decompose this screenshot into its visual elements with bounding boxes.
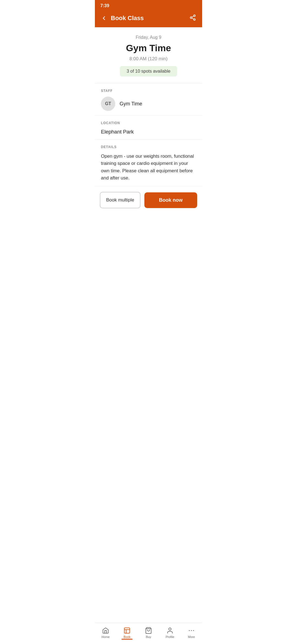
book-multiple-button[interactable]: Book multiple xyxy=(100,192,141,208)
back-button[interactable] xyxy=(100,14,108,22)
details-text: Open gym - use our weights room, functio… xyxy=(101,153,196,182)
details-section-label: DETAILS xyxy=(101,145,196,149)
staff-section: STAFF GT Gym Time xyxy=(95,83,202,116)
header: Book Class xyxy=(95,10,202,27)
main-content: Friday, Aug 9 Gym Time 8:00 AM (120 min)… xyxy=(95,27,202,239)
page-title: Book Class xyxy=(111,15,144,22)
class-time: 8:00 AM (120 min) xyxy=(100,56,197,62)
share-icon xyxy=(189,14,196,21)
location-name: Elephant Park xyxy=(101,129,196,135)
class-date: Friday, Aug 9 xyxy=(100,35,197,40)
book-now-button[interactable]: Book now xyxy=(144,192,197,208)
class-info-section: Friday, Aug 9 Gym Time 8:00 AM (120 min)… xyxy=(95,27,202,83)
status-bar: 7:39 xyxy=(95,0,202,10)
staff-avatar: GT xyxy=(101,97,115,111)
share-button[interactable] xyxy=(188,13,197,23)
location-section: LOCATION Elephant Park xyxy=(95,116,202,140)
back-arrow-icon xyxy=(101,15,107,21)
class-name: Gym Time xyxy=(100,43,197,53)
staff-row: GT Gym Time xyxy=(101,97,196,111)
action-buttons: Book multiple Book now xyxy=(95,186,202,214)
spots-available-badge: 3 of 10 spots available xyxy=(120,66,177,77)
svg-line-4 xyxy=(192,16,194,17)
status-time: 7:39 xyxy=(100,3,109,8)
details-section: DETAILS Open gym - use our weights room,… xyxy=(95,140,202,186)
svg-line-3 xyxy=(192,18,194,19)
staff-section-label: STAFF xyxy=(101,89,196,93)
header-left: Book Class xyxy=(100,14,144,22)
location-section-label: LOCATION xyxy=(101,121,196,125)
staff-name: Gym Time xyxy=(120,101,142,107)
